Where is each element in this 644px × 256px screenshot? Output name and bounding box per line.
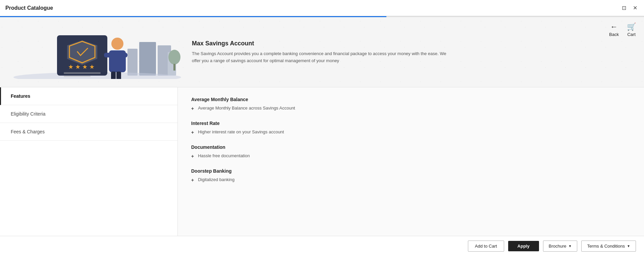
feature-item-text: Digitalized banking [198, 177, 234, 182]
cart-button[interactable]: 🛒 Cart [627, 23, 636, 37]
sidebar-item-eligibility-criteria[interactable]: Eligibility Criteria [0, 105, 177, 123]
top-navigation: ← Back 🛒 Cart [609, 23, 636, 37]
sidebar-item-fees-&-charges[interactable]: Fees & Charges [0, 123, 177, 141]
hero-illustration: ★ ★ ★ ★ [13, 25, 181, 79]
terms-button[interactable]: Terms & Conditions ▼ [581, 241, 636, 252]
title-bar-controls: ⊡ ✕ [621, 3, 639, 12]
svg-text:★ ★ ★ ★: ★ ★ ★ ★ [68, 63, 95, 70]
features-panel: Average Monthly Balance+Average Monthly … [178, 87, 644, 236]
back-button[interactable]: ← Back [609, 23, 619, 37]
svg-point-13 [111, 38, 123, 50]
feature-title: Doorstep Banking [191, 168, 631, 174]
feature-bullet-icon: + [191, 177, 194, 183]
feature-item: +Higher interest rate on your Savings ac… [191, 129, 631, 135]
svg-rect-1 [139, 42, 156, 76]
features-list: Average Monthly Balance+Average Monthly … [191, 97, 631, 183]
svg-point-4 [168, 50, 180, 65]
feature-item-text: Higher interest rate on your Savings acc… [198, 129, 284, 134]
hero-text: Max Savings Account The Savings Account … [192, 40, 631, 65]
restore-icon: ⊡ [622, 5, 626, 11]
feature-section: Documentation+Hassle free documentation [191, 144, 631, 159]
terms-chevron-icon: ▼ [627, 244, 630, 248]
brochure-chevron-icon: ▼ [568, 244, 572, 248]
brochure-label: Brochure [549, 244, 567, 249]
svg-rect-17 [116, 72, 121, 79]
feature-title: Documentation [191, 144, 631, 150]
main-content: FeaturesEligibility CriteriaFees & Charg… [0, 87, 644, 236]
app-title: Product Catalogue [5, 5, 53, 11]
feature-bullet-icon: + [191, 154, 194, 159]
sidebar: FeaturesEligibility CriteriaFees & Charg… [0, 87, 178, 236]
restore-button[interactable]: ⊡ [621, 3, 628, 12]
product-description: The Savings Account provides you a compl… [192, 50, 453, 65]
feature-section: Interest Rate+Higher interest rate on yo… [191, 121, 631, 135]
svg-rect-12 [64, 76, 91, 77]
svg-rect-16 [111, 72, 116, 79]
title-bar: Product Catalogue ⊡ ✕ [0, 0, 644, 16]
sidebar-nav: FeaturesEligibility CriteriaFees & Charg… [0, 87, 177, 141]
feature-section: Doorstep Banking+Digitalized banking [191, 168, 631, 183]
feature-title: Average Monthly Balance [191, 97, 631, 102]
feature-item: +Average Monthly Balance across Savings … [191, 105, 631, 111]
add-to-cart-button[interactable]: Add to Cart [468, 241, 504, 252]
svg-rect-11 [64, 72, 101, 74]
cart-label: Cart [627, 32, 636, 37]
illustration-svg: ★ ★ ★ ★ [13, 25, 181, 79]
feature-section: Average Monthly Balance+Average Monthly … [191, 97, 631, 111]
close-button[interactable]: ✕ [632, 3, 639, 12]
hero-area: ← Back 🛒 Cart ★ ★ [0, 17, 644, 87]
title-bar-left: Product Catalogue [5, 5, 53, 11]
terms-label: Terms & Conditions [587, 244, 625, 249]
back-icon: ← [610, 23, 618, 31]
back-label: Back [609, 32, 619, 37]
sidebar-item-features[interactable]: Features [0, 87, 177, 105]
feature-item: +Hassle free documentation [191, 153, 631, 159]
product-name: Max Savings Account [192, 40, 631, 47]
feature-bullet-icon: + [191, 130, 194, 135]
cart-icon: 🛒 [627, 23, 636, 31]
feature-title: Interest Rate [191, 121, 631, 126]
feature-item-text: Hassle free documentation [198, 153, 250, 158]
feature-item-text: Average Monthly Balance across Savings A… [198, 105, 295, 111]
svg-rect-5 [173, 64, 175, 71]
apply-button[interactable]: Apply [508, 241, 539, 251]
brochure-button[interactable]: Brochure ▼ [543, 241, 578, 252]
feature-bullet-icon: + [191, 106, 194, 111]
footer: Add to Cart Apply Brochure ▼ Terms & Con… [0, 236, 644, 256]
close-icon: ✕ [633, 5, 637, 11]
feature-item: +Digitalized banking [191, 177, 631, 183]
svg-rect-0 [127, 49, 138, 76]
svg-rect-15 [104, 53, 127, 57]
